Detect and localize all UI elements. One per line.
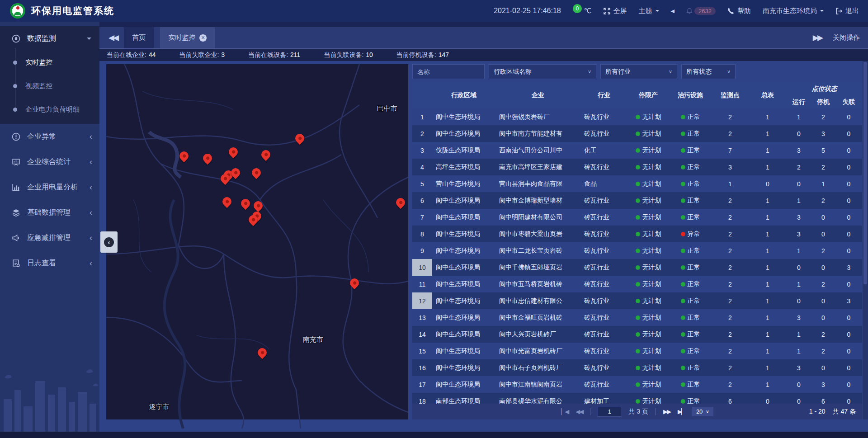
table-row[interactable]: 10 阆中生态环境局 阆中千佛镇五郎垭页岩 砖瓦行业 无计划 正常 2 1 0 [412,259,862,276]
sidebar-item-base-data[interactable]: 基础数据管理‹ [0,200,99,225]
table-row[interactable]: 5 营山生态环境局 营山县润丰肉食品有限 食品 无计划 正常 1 0 0 1 [412,175,862,192]
theme-dropdown[interactable]: 主题 [639,7,659,15]
table-row[interactable]: 4 高坪生态环境局 南充市高坪区王家店建 砖瓦行业 无计划 正常 3 1 2 [412,159,862,175]
table-row[interactable]: 1 阆中生态环境局 阆中强锐页岩砖厂 砖瓦行业 无计划 正常 2 1 1 2 [412,108,862,125]
table-row[interactable]: 17 阆中生态环境局 阆中市江南镇阆南页岩 砖瓦行业 无计划 正常 2 1 0 [412,376,862,393]
chevron-down-icon [820,10,824,14]
fullscreen-button[interactable]: 全屏 [604,7,627,15]
fullscreen-icon [604,8,610,14]
close-operations-button[interactable]: 关闭操作 [833,33,860,42]
col-run: 运行 [787,95,811,108]
sidebar-item-data-monitoring[interactable]: 数据监测 [0,26,99,51]
bar-chart-icon [12,183,20,192]
datetime-display: 2021-02-25 17:46:18 [494,7,561,15]
tab-bar: ◀◀ 首页 实时监控 ✕ ▶▶ 关闭操作 [99,27,868,49]
sidebar-item-enterprise-statistics[interactable]: 企业综合统计‹ [0,149,99,174]
col-stop: 停机 [811,95,835,108]
sidebar-subitem-power-load-detail[interactable]: 企业电力负荷明细 [0,98,99,121]
page-size-select[interactable]: 20 ∨ [692,407,713,416]
table-row[interactable]: 3 仪陇生态环境局 西南油气田分公司川中 化工 无计划 正常 7 1 3 5 [412,142,862,159]
status-dot [681,366,685,370]
map-city-label: 巴中市 [377,104,397,113]
industry-filter-select[interactable]: 所有行业∨ [600,64,677,79]
sidebar-item-enterprise-abnormal[interactable]: 企业异常‹ [0,124,99,149]
table-row[interactable]: 12 阆中生态环境局 阆中市忠信建材有限公 砖瓦行业 无计划 正常 2 1 0 [412,292,862,309]
table-row[interactable]: 8 阆中生态环境局 阆中市枣碧大梁山页岩 砖瓦行业 无计划 异常 2 1 3 [412,226,862,242]
status-dot-green [636,349,640,353]
status-dot [681,182,685,186]
status-dot-green [636,332,640,337]
status-dot [681,265,685,270]
logout-button[interactable]: 退出 [835,7,859,15]
tab-close-icon[interactable]: ✕ [199,34,207,42]
status-dot-green [636,399,640,404]
tab-home[interactable]: 首页 [124,27,154,48]
phone-icon [727,8,734,14]
status-dot-green [636,316,640,320]
table-row[interactable]: 16 阆中生态环境局 阆中市石子页岩机砖厂 砖瓦行业 无计划 正常 2 1 3 [412,359,862,376]
notification-count-badge: 2632 [694,7,716,15]
app-logo-icon [10,3,25,19]
status-dot-green [636,382,640,387]
stat-online-devices: 当前在线设备:211 [248,51,300,59]
temperature-badge: 0 [573,4,582,13]
sidebar-item-electricity-analysis[interactable]: 企业用电量分析‹ [0,174,99,200]
chevron-left-icon: ‹ [90,132,92,141]
status-dot [681,232,685,236]
map-collapse-handle[interactable]: ‹ [100,231,118,253]
page-number-input[interactable] [598,407,621,417]
name-filter-input[interactable] [412,64,485,79]
status-dot-green [636,366,640,370]
notifications-button[interactable]: 2632 [686,7,716,15]
chevron-left-icon: ‹ [104,237,114,247]
chevron-down-icon: ∨ [727,69,731,75]
first-page-button[interactable]: ▏◀ [561,408,568,415]
city-skyline-decoration [0,364,99,432]
status-dot-green [636,299,640,303]
log-file-icon [12,259,20,268]
table-row[interactable]: 15 阆中生态环境局 阆中市光富页岩机砖厂 砖瓦行业 无计划 正常 2 1 1 [412,343,862,359]
tabs-scroll-right-button[interactable]: ▶▶ [813,33,822,42]
table-scrollbar[interactable] [863,61,868,419]
table-row[interactable]: 14 阆中生态环境局 阆中大兴页岩机砖厂 砖瓦行业 无计划 正常 2 1 1 [412,326,862,343]
table-row[interactable]: 13 阆中生态环境局 阆中市金福旺页岩机砖 砖瓦行业 无计划 正常 2 1 3 [412,309,862,326]
sidebar-subitem-video-monitoring[interactable]: 视频监控 [0,74,99,98]
tab-realtime-monitoring[interactable]: 实时监控 ✕ [160,27,215,48]
status-filter-select[interactable]: 所有状态∨ [681,64,736,79]
header-sub-strip [99,22,868,27]
help-button[interactable]: 帮助 [727,7,751,15]
next-page-button[interactable]: ▶▶ [663,408,670,415]
speaker-icon[interactable]: ◀ [671,8,675,14]
chevron-down-icon [656,10,659,14]
temperature-unit: ℃ [584,7,592,15]
sidebar: 数据监测 实时监控 视频监控 企业电力负荷明细 企业异常‹ 企业综合统计‹ 企业… [0,22,99,432]
table-row[interactable]: 7 阆中生态环境局 阆中明阳建材有限公司 砖瓦行业 无计划 正常 2 1 3 [412,209,862,226]
sidebar-subitem-realtime-monitoring[interactable]: 实时监控 [0,51,99,74]
sidebar-item-emergency-reduction[interactable]: 应急减排管理‹ [0,225,99,250]
col-index [412,82,432,108]
table-row[interactable]: 9 阆中生态环境局 阆中市二龙长宝页岩砖 砖瓦行业 无计划 正常 2 1 1 [412,242,862,259]
status-dot [681,165,685,170]
alert-circle-icon [12,132,20,141]
table-row[interactable]: 11 阆中生态环境局 阆中市五马桥页岩机砖 砖瓦行业 无计划 正常 2 1 1 [412,276,862,292]
pagination-bar: ▏◀ ◀◀ 共 3 页 ▶▶ ▶▏ 20 ∨ 1 - 20共 4 [412,404,862,419]
map[interactable]: 巴中市南充市遂宁市 ‹ [106,64,408,419]
status-dot-green [636,215,640,220]
scrollbar-thumb[interactable] [863,62,867,284]
prev-page-button[interactable]: ◀◀ [576,408,583,415]
table-row[interactable]: 2 阆中生态环境局 阆中市南方节能建材有 砖瓦行业 无计划 正常 2 1 0 [412,125,862,142]
org-dropdown[interactable]: 南充市生态环境局 [763,7,824,15]
last-page-button[interactable]: ▶▏ [678,408,685,415]
status-dot-green [636,132,640,136]
table-row[interactable]: 6 阆中生态环境局 阆中市金博瑞新型墙材 砖瓦行业 无计划 正常 2 1 1 [412,192,862,209]
tabs-scroll-left-button[interactable]: ◀◀ [108,33,118,42]
map-city-label: 遂宁市 [149,403,169,411]
col-company: 企业 [495,82,580,108]
col-industry: 行业 [580,82,627,108]
sidebar-item-log-view[interactable]: 日志查看‹ [0,250,99,276]
status-dot-green [636,232,640,236]
app-title: 环保用电监管系统 [31,5,114,17]
status-dot-green [636,165,640,170]
col-lost: 失联 [835,95,862,108]
region-filter-select[interactable]: 行政区域名称∨ [489,64,596,79]
